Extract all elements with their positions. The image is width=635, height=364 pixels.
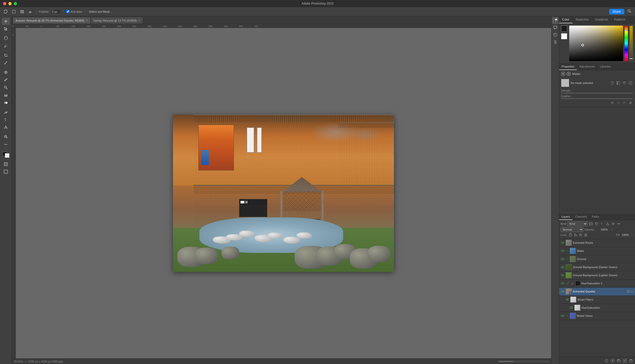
crop-tool[interactable] <box>2 52 10 59</box>
filter-shape-btn[interactable] <box>605 221 610 226</box>
mask-btn-4[interactable]: ⊠ <box>628 100 633 105</box>
hue-slider[interactable] <box>625 26 628 61</box>
more-tools[interactable]: ••• <box>2 141 10 148</box>
eraser-tool[interactable] <box>2 92 10 99</box>
layer-expand-water[interactable] <box>566 249 569 252</box>
gazebo-delete-icon[interactable] <box>630 290 633 293</box>
canvas-image[interactable] <box>173 115 394 272</box>
filter-smart-btn[interactable] <box>611 221 615 226</box>
comments-btn[interactable] <box>552 24 559 31</box>
healing-tool[interactable] <box>2 69 10 76</box>
fill-chevron[interactable] <box>630 233 633 236</box>
layer-item-water[interactable]: Water <box>559 247 635 255</box>
hue-sat-link[interactable] <box>566 282 569 285</box>
layer-eye-ground-dark[interactable] <box>561 265 565 269</box>
layer-item-hue-saturation[interactable]: Hue/Saturation <box>559 304 635 312</box>
color-sampler-btn[interactable] <box>552 17 559 24</box>
layer-expand-ground[interactable] <box>566 257 569 261</box>
mask-btn-2[interactable]: ◇ <box>616 100 621 105</box>
history-btn[interactable] <box>552 31 559 38</box>
mask-invert-btn[interactable] <box>616 80 621 85</box>
mask-add-btn[interactable] <box>628 80 633 85</box>
mask-btn-3[interactable]: ↩ <box>622 100 627 105</box>
lasso-tool-btn[interactable] <box>2 9 9 14</box>
mask-refresh-btn[interactable] <box>610 80 615 85</box>
tab-gradients[interactable]: Gradients <box>592 16 611 23</box>
filter-pixel-btn[interactable] <box>589 221 593 226</box>
density-slider[interactable] <box>561 93 633 94</box>
layer-item-extracted-gazebo[interactable]: Extracted Gazebo <box>559 288 635 296</box>
select-mask-btn[interactable]: Select and Mask... <box>87 9 114 14</box>
zoom-tool[interactable] <box>2 133 10 140</box>
tab-swatches[interactable]: Swatches <box>573 16 592 23</box>
filter-adjustment-btn[interactable] <box>594 221 599 226</box>
add-mask-btn[interactable] <box>610 358 615 363</box>
tab-autumn[interactable]: Autumn View.psb @ 29.7% (Extracted Gazeb… <box>13 17 91 24</box>
layer-eye-hue-sat[interactable] <box>561 281 565 285</box>
layer-eye-extracted-rocks[interactable] <box>561 241 565 245</box>
history-scrubber[interactable] <box>498 361 549 362</box>
screen-mode-btn[interactable] <box>2 161 10 168</box>
eyedropper-tool[interactable] <box>2 59 10 66</box>
fg-color-swatch[interactable] <box>561 26 567 32</box>
lock-image-btn[interactable] <box>574 233 577 237</box>
lasso-tool[interactable] <box>2 35 10 42</box>
layer-expand-model[interactable] <box>566 314 569 317</box>
tab-patterns[interactable]: Patterns <box>611 16 629 23</box>
gradient-tool[interactable] <box>2 99 10 106</box>
tab-properties[interactable]: Properties <box>559 63 577 70</box>
layer-eye-water[interactable] <box>561 249 565 253</box>
feather-slider[interactable] <box>561 98 633 99</box>
lock-transparent-btn[interactable] <box>569 233 572 237</box>
canvas-viewport[interactable] <box>16 28 551 358</box>
direct-select-tool[interactable] <box>2 124 10 131</box>
tab-spring[interactable]: Spring View.psb @ 13.7% (RGB/8) ✕ <box>91 17 143 24</box>
brush-tool[interactable] <box>2 76 10 83</box>
add-group-btn[interactable] <box>616 358 621 363</box>
hue-slider-handle[interactable] <box>624 30 628 31</box>
move-tool[interactable] <box>2 18 10 25</box>
layer-item-ground-dark[interactable]: Ground Background (Darker Green) <box>559 263 635 271</box>
tab-layers[interactable]: Layers <box>559 214 573 220</box>
lock-all-btn[interactable] <box>584 233 588 237</box>
feather-input[interactable] <box>51 9 61 14</box>
tab-paths[interactable]: Paths <box>590 214 602 220</box>
background-color[interactable] <box>5 153 9 158</box>
maximize-button[interactable] <box>14 2 17 5</box>
add-layer-btn[interactable] <box>622 358 627 363</box>
layer-eye-ground-light[interactable] <box>561 273 565 277</box>
layer-item-extracted-rocks[interactable]: Extracted Rocks <box>559 239 635 247</box>
alpha-slider-handle[interactable] <box>629 58 633 59</box>
view-mode-btn[interactable] <box>2 168 10 175</box>
layer-item-ground-light[interactable]: Ground Background (Lighter Green) <box>559 271 635 280</box>
text-tool[interactable]: T <box>2 116 10 123</box>
tab-color[interactable]: Color <box>559 16 573 23</box>
minimize-button[interactable] <box>8 2 12 5</box>
move-btn[interactable] <box>19 9 25 14</box>
layer-eye-gazebo[interactable] <box>561 289 565 293</box>
pen-tool-btn[interactable] <box>27 9 34 14</box>
tab-libraries[interactable]: Libraries <box>597 63 613 70</box>
share-button[interactable]: Share <box>609 9 624 14</box>
color-spectrum[interactable] <box>569 26 623 61</box>
kind-select[interactable]: Kind <box>567 221 588 226</box>
tab-adjustments[interactable]: Adjustments <box>577 63 597 70</box>
antialias-checkbox[interactable] <box>66 10 70 13</box>
layer-eye-model[interactable] <box>561 314 565 318</box>
delete-layer-btn[interactable] <box>628 358 633 363</box>
layers-list[interactable]: Extracted Rocks Water <box>559 239 635 357</box>
rect-select-btn[interactable] <box>11 9 17 14</box>
blend-mode-select[interactable]: Normal <box>561 227 583 232</box>
color-picker-dot[interactable] <box>581 44 584 46</box>
hue-sat-edit[interactable] <box>570 281 574 285</box>
selection-tool[interactable] <box>2 25 10 32</box>
layer-eye-hue-sat-2[interactable] <box>569 306 573 310</box>
layer-eye-smart[interactable] <box>565 298 569 302</box>
filter-type-btn[interactable]: T <box>600 221 604 226</box>
color-swatches[interactable] <box>2 151 10 158</box>
magic-wand-tool[interactable] <box>2 42 10 49</box>
search-button[interactable] <box>626 9 633 15</box>
tab-spring-close[interactable]: ✕ <box>138 19 140 22</box>
tab-autumn-close[interactable]: ✕ <box>86 19 88 22</box>
pen-tool[interactable] <box>2 109 10 116</box>
